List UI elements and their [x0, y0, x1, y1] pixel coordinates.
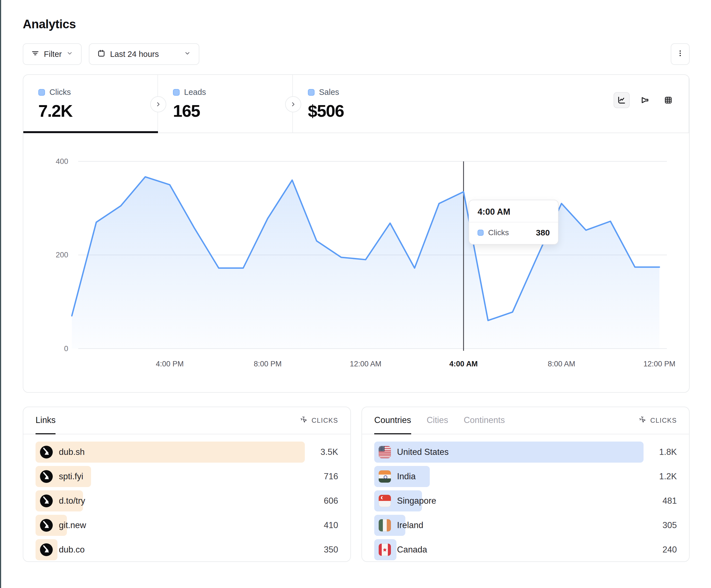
row-label: United States	[397, 447, 449, 457]
links-panel-header: Links CLICKS	[23, 407, 350, 434]
tab-continents[interactable]: Continents	[464, 407, 505, 434]
page-title: Analytics	[23, 17, 690, 31]
clicks-chart-svg: 02004004:00 PM8:00 PM12:00 AM4:00 AM8:00…	[23, 133, 689, 392]
tab-links[interactable]: Links	[36, 407, 56, 434]
country-row[interactable]: India 1.2K	[374, 466, 677, 487]
tab-links-label: Links	[36, 415, 56, 425]
metric-value: 7.2K	[38, 101, 157, 121]
tab-clicks[interactable]: Clicks 7.2K	[23, 75, 158, 133]
row-label: Canada	[397, 545, 427, 555]
cursor-click-icon	[639, 415, 647, 426]
link-row[interactable]: d.to/try 606	[36, 490, 338, 512]
grid-icon	[664, 95, 673, 105]
clicks-sort-badge[interactable]: CLICKS	[300, 407, 338, 434]
link-row[interactable]: dub.co 350	[36, 539, 338, 560]
tooltip-series-label: Clicks	[488, 228, 509, 237]
row-label: spti.fyi	[59, 472, 83, 481]
chevron-right-icon	[155, 101, 162, 108]
row-value: 240	[644, 545, 677, 555]
chevron-down-icon	[184, 50, 191, 59]
countries-panel: Countries Cities Continents CLICKS	[362, 407, 690, 562]
country-row[interactable]: Singapore 481	[374, 490, 677, 512]
link-row[interactable]: git.new 410	[36, 515, 338, 536]
chart-type-switcher	[613, 92, 676, 108]
dub-logo-icon	[40, 519, 53, 532]
metric-label: Clicks	[49, 88, 71, 97]
more-options-button[interactable]	[671, 43, 690, 65]
tab-leads[interactable]: Leads 165	[158, 75, 293, 133]
table-view-button[interactable]	[660, 92, 676, 108]
row-value: 481	[644, 496, 677, 506]
svg-text:4:00 AM: 4:00 AM	[450, 360, 478, 368]
dub-logo-icon	[40, 543, 53, 556]
tooltip-time: 4:00 AM	[469, 200, 558, 222]
date-range-label: Last 24 hours	[110, 50, 159, 59]
chevron-right-icon	[289, 101, 297, 108]
row-label: d.to/try	[59, 496, 85, 506]
row-label: dub.co	[59, 545, 85, 555]
link-row[interactable]: spti.fyi 716	[36, 466, 338, 487]
date-range-button[interactable]: Last 24 hours	[89, 43, 199, 65]
tab-cities-label: Cities	[427, 415, 448, 425]
row-value: 1.8K	[644, 447, 677, 457]
tab-cities[interactable]: Cities	[427, 407, 448, 434]
leads-swatch-icon	[173, 89, 180, 96]
countries-list: United States 1.8K India 1.2K Singapore …	[362, 434, 689, 560]
filter-button[interactable]: Filter	[23, 43, 82, 65]
tab-countries[interactable]: Countries	[374, 407, 411, 434]
tab-continents-label: Continents	[464, 415, 505, 425]
flag-us-icon	[379, 446, 391, 458]
flag-in-icon	[379, 470, 391, 482]
row-value: 350	[305, 545, 338, 555]
metric-tabs-row: Clicks 7.2K Leads 165 Sales $506	[23, 75, 689, 133]
clicks-sort-label: CLICKS	[650, 416, 677, 424]
tooltip-swatch-icon	[477, 230, 483, 236]
links-list: dub.sh 3.5K spti.fyi 716	[23, 434, 350, 560]
svg-text:12:00 PM: 12:00 PM	[643, 360, 675, 368]
tab-countries-label: Countries	[374, 415, 411, 425]
line-chart-view-button[interactable]	[613, 92, 630, 108]
metric-label: Leads	[184, 88, 206, 97]
clicks-sort-label: CLICKS	[311, 416, 338, 424]
dub-logo-icon	[40, 495, 53, 507]
row-value: 606	[305, 496, 338, 506]
row-value: 1.2K	[644, 472, 677, 481]
row-label: git.new	[59, 520, 86, 530]
country-row[interactable]: Canada 240	[374, 539, 677, 560]
line-chart-icon	[617, 95, 626, 105]
funnel-icon	[640, 95, 650, 105]
chart-tooltip: 4:00 AM Clicks 380	[469, 200, 559, 245]
clicks-chart[interactable]: 02004004:00 PM8:00 PM12:00 AM4:00 AM8:00…	[23, 133, 689, 392]
link-row[interactable]: dub.sh 3.5K	[36, 442, 338, 462]
tab-separator-chevron[interactable]	[150, 96, 166, 112]
svg-text:200: 200	[56, 251, 68, 259]
analytics-page: Analytics Filter Last 24 hours	[23, 0, 690, 562]
svg-text:12:00 AM: 12:00 AM	[350, 360, 382, 368]
flag-ca-icon	[379, 544, 391, 556]
dub-logo-icon	[40, 446, 53, 458]
flag-sg-icon	[379, 495, 391, 507]
funnel-view-button[interactable]	[637, 92, 653, 108]
row-value: 716	[305, 472, 338, 481]
active-tab-underline	[23, 131, 158, 133]
country-row[interactable]: Ireland 305	[374, 515, 677, 536]
row-label: India	[397, 472, 416, 481]
left-edge-strip	[0, 0, 1, 588]
row-value: 305	[644, 520, 677, 530]
tab-separator-chevron[interactable]	[285, 96, 301, 112]
svg-text:0: 0	[64, 344, 68, 353]
chevron-down-icon	[66, 50, 73, 59]
clicks-sort-badge[interactable]: CLICKS	[639, 407, 677, 434]
country-row[interactable]: United States 1.8K	[374, 442, 677, 462]
metric-label: Sales	[319, 88, 339, 97]
dub-logo-icon	[40, 470, 53, 483]
filter-icon	[31, 49, 39, 59]
cursor-click-icon	[300, 415, 308, 426]
flag-ie-icon	[379, 519, 391, 532]
toolbar: Filter Last 24 hours	[23, 43, 690, 65]
svg-text:8:00 PM: 8:00 PM	[254, 360, 281, 368]
svg-text:4:00 PM: 4:00 PM	[156, 360, 184, 368]
tooltip-value: 380	[536, 228, 550, 238]
svg-text:400: 400	[56, 157, 68, 165]
clicks-swatch-icon	[38, 89, 45, 96]
